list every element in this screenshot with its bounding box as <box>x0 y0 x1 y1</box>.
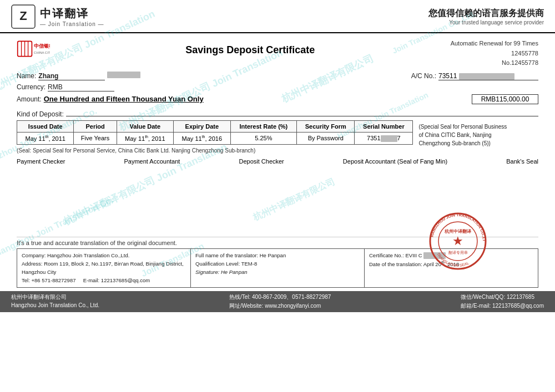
bottom-email: 邮箱/E-mail: 122137685@qq.com <box>461 302 544 310</box>
col-security-form: Security Form <box>297 120 355 132</box>
ac-label: A/C No.: <box>411 72 436 80</box>
main-content: 中信银行 CHINA CITIC BANK Savings Deposit Ce… <box>0 33 555 288</box>
col-interest-rate: Interest Rate (%) <box>230 120 297 132</box>
bottom-mid: 热线/Tel: 400-867-2009、0571-88272987 网址/We… <box>229 293 331 310</box>
deposit-table: Issued Date Period Value Date Expiry Dat… <box>17 120 413 145</box>
name-field: Name: Zhang <box>17 72 411 80</box>
name-value: Zhang <box>38 72 105 80</box>
svg-text:杭州中译翻译: 杭州中译翻译 <box>444 228 472 234</box>
ac-redact <box>459 73 514 80</box>
cell-period: Five Years <box>74 132 117 144</box>
page-header: Z 中译翻译 — Join Translation — 您值得信赖的语言服务提供… <box>0 0 555 33</box>
footer-company: Company: Hangzhou Join Translation Co.,L… <box>22 251 186 259</box>
name-ac-row: Name: Zhang A/C No.: 73511 <box>17 72 538 80</box>
currency-row: Currency: RMB <box>17 83 538 91</box>
cell-serial-number: 73517 <box>355 132 413 144</box>
footer-col-1: Company: Hangzhou Join Translation Co.,L… <box>17 249 191 287</box>
bank-right-info: Automatic Renewal for 99 Times 12455778 … <box>451 39 538 68</box>
tagline-cn: 您值得信赖的语言服务提供商 <box>428 8 544 19</box>
bank-logo: 中信银行 CHINA CITIC BANK <box>17 39 50 59</box>
payment-checker: Payment Checker <box>17 158 65 165</box>
currency-label: Currency: <box>17 83 46 91</box>
table-header-row: Issued Date Period Value Date Expiry Dat… <box>17 120 413 132</box>
special-seal-text: (Special Seal for Personal Business of C… <box>418 120 507 147</box>
amount-label: Amount: <box>17 95 42 103</box>
bank-logo-icon: 中信银行 CHINA CITIC BANK <box>17 39 50 59</box>
name-redact <box>107 72 140 78</box>
bottom-right: 微信/WeChat/QQ: 122137685 邮箱/E-mail: 12213… <box>461 293 544 310</box>
table-section: Issued Date Period Value Date Expiry Dat… <box>17 120 538 147</box>
bottom-company-en: Hangzhou Join Translation Co., Ltd. <box>11 302 99 308</box>
col-serial-number: Serial Number <box>355 120 413 132</box>
footer-tel: Tel: +86 571-88272987 E-mail: 122137685@… <box>22 276 186 284</box>
seal-note: (Seal: Special Seal for Personal Service… <box>17 147 538 154</box>
cell-interest-rate: 5.25% <box>230 132 297 144</box>
col-issued-date: Issued Date <box>17 120 74 132</box>
footer-col-2: Full name of the translator: He Panpan Q… <box>191 249 365 287</box>
footer-translator: Full name of the translator: He Panpan <box>195 251 360 259</box>
svg-text:CHINA CITIC BANK: CHINA CITIC BANK <box>34 51 50 54</box>
amount-row: Amount: One Hundred and Fifteen Thousand… <box>17 94 538 104</box>
tagline-en: Your trusted language service provider <box>428 19 544 26</box>
deposit-accountant: Deposit Accountant (Seal of Fang Min) <box>343 158 447 165</box>
cert-no: No.12455778 <box>451 58 538 68</box>
kind-label: Kind of Deposit: <box>17 110 64 118</box>
bottom-bar: 杭州中译翻译有限公司 Hangzhou Join Translation Co.… <box>0 291 555 312</box>
name-label: Name: <box>17 72 36 80</box>
bottom-company-cn: 杭州中译翻译有限公司 <box>11 293 99 301</box>
bottom-left: 杭州中译翻译有限公司 Hangzhou Join Translation Co.… <box>11 293 99 310</box>
footer-qualification: Qualification Level: TEM-8 <box>195 259 360 268</box>
cell-expiry-date: May 11th, 2016 <box>174 132 230 144</box>
company-icon: Z <box>11 4 36 29</box>
company-name-en: — Join Translation — <box>40 21 104 27</box>
kind-row: Kind of Deposit: <box>17 108 538 118</box>
amount-words: One Hundred and Fifteen Thousand Yuan On… <box>44 95 204 103</box>
account-ref: 12455778 <box>451 49 538 59</box>
auto-renewal: Automatic Renewal for 99 Times <box>451 39 538 49</box>
bank-header: 中信银行 CHINA CITIC BANK Savings Deposit Ce… <box>17 39 538 68</box>
bottom-web: 网址/Website: www.zhongyifanyi.com <box>229 302 331 310</box>
currency-value: RMB <box>48 83 114 91</box>
amount-digits: RMB115,000.00 <box>472 94 538 104</box>
cell-issued-date: May 11th, 2011 <box>17 132 74 144</box>
bank-seal: Bank's Seal <box>506 158 538 165</box>
amount-left: Amount: One Hundred and Fifteen Thousand… <box>17 95 204 103</box>
table-row: May 11th, 2011 Five Years May 11th, 2011… <box>17 132 413 144</box>
bottom-wechat: 微信/WeChat/QQ: 122137685 <box>461 293 544 301</box>
svg-text:中信银行: 中信银行 <box>34 43 50 49</box>
col-expiry-date: Expiry Date <box>174 120 230 132</box>
ac-field: A/C No.: 73511 <box>411 72 538 80</box>
official-stamp: ★ 杭州中译翻译 翻译专用章 HANGZHOU JOIN TRANSLATION… <box>427 211 488 272</box>
svg-text:翻译专用章: 翻译专用章 <box>448 251 468 255</box>
payment-accountant: Payment Accountant <box>124 158 180 165</box>
company-tagline: 您值得信赖的语言服务提供商 Your trusted language serv… <box>428 8 544 26</box>
col-period: Period <box>74 120 117 132</box>
cert-title: Savings Deposit Certificate <box>50 39 451 56</box>
kind-value <box>66 108 538 116</box>
footer-signature: Signature: He Panpan <box>195 268 360 276</box>
company-logo-left: Z 中译翻译 — Join Translation — <box>11 4 104 29</box>
svg-text:Z: Z <box>19 9 27 23</box>
footer-address: Address: Room 119, Block 2, No.1197, Bin… <box>22 259 186 276</box>
bottom-tel: 热线/Tel: 400-867-2009、0571-88272987 <box>229 293 331 301</box>
stamp-svg: ★ 杭州中译翻译 翻译专用章 HANGZHOU JOIN TRANSLATION… <box>427 211 488 272</box>
company-name-cn: 中译翻译 <box>40 6 104 21</box>
svg-text:★: ★ <box>452 234 463 248</box>
signatories: Payment Checker Payment Accountant Depos… <box>17 158 538 165</box>
ac-value: 73511 <box>438 72 538 80</box>
company-name: 中译翻译 — Join Translation — <box>40 6 104 27</box>
col-value-date: Value Date <box>117 120 173 132</box>
cell-value-date: May 11th, 2011 <box>117 132 173 144</box>
cell-security-form: By Password <box>297 132 355 144</box>
deposit-checker: Deposit Checker <box>239 158 284 165</box>
